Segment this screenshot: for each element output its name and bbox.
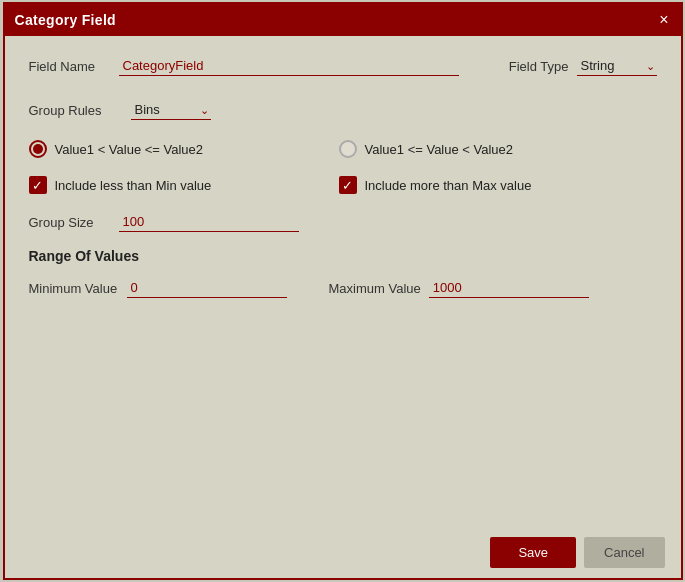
checkbox-label-1: Include less than Min value xyxy=(55,178,212,193)
min-value-label: Minimum Value xyxy=(29,281,119,296)
cancel-button[interactable]: Cancel xyxy=(584,537,664,568)
range-title: Range Of Values xyxy=(29,248,657,264)
radio-button-1[interactable] xyxy=(29,140,47,158)
field-name-input[interactable] xyxy=(119,56,459,76)
group-rules-select-wrapper: Bins Equal Custom ⌄ xyxy=(131,100,211,120)
group-size-label: Group Size xyxy=(29,215,119,230)
range-row: Minimum Value Maximum Value xyxy=(29,278,657,298)
range-right: Maximum Value xyxy=(329,278,589,298)
group-rules-select[interactable]: Bins Equal Custom xyxy=(131,100,211,120)
field-type-label: Field Type xyxy=(509,59,569,74)
field-type-select-wrapper: String Number Date Boolean ⌄ xyxy=(577,56,657,76)
title-bar: Category Field × xyxy=(5,4,681,36)
min-value-input[interactable] xyxy=(127,278,287,298)
field-name-label: Field Name xyxy=(29,59,119,74)
radio-row: Value1 < Value <= Value2 Value1 <= Value… xyxy=(29,140,657,158)
checkmark-2-icon: ✓ xyxy=(342,179,353,192)
field-name-type-row: Field Name Field Type String Number Date… xyxy=(29,56,657,76)
close-button[interactable]: × xyxy=(657,12,670,28)
save-button[interactable]: Save xyxy=(490,537,576,568)
checkmark-1-icon: ✓ xyxy=(32,179,43,192)
checkbox-row: ✓ Include less than Min value ✓ Include … xyxy=(29,176,657,194)
group-rules-label: Group Rules xyxy=(29,103,119,118)
radio-right: Value1 <= Value < Value2 xyxy=(339,140,514,158)
dialog: Category Field × Field Name Field Type S… xyxy=(3,2,683,580)
checkbox-left: ✓ Include less than Min value xyxy=(29,176,329,194)
checkbox-2[interactable]: ✓ xyxy=(339,176,357,194)
checkbox-right: ✓ Include more than Max value xyxy=(339,176,532,194)
group-rules-row: Group Rules Bins Equal Custom ⌄ xyxy=(29,100,657,120)
radio-label-2: Value1 <= Value < Value2 xyxy=(365,142,514,157)
radio-left: Value1 < Value <= Value2 xyxy=(29,140,329,158)
max-value-label: Maximum Value xyxy=(329,281,421,296)
group-size-row: Group Size xyxy=(29,212,657,232)
dialog-title: Category Field xyxy=(15,12,116,28)
field-type-select[interactable]: String Number Date Boolean xyxy=(577,56,657,76)
field-type-section: Field Type String Number Date Boolean ⌄ xyxy=(509,56,657,76)
dialog-content: Field Name Field Type String Number Date… xyxy=(5,36,681,527)
radio-button-2[interactable] xyxy=(339,140,357,158)
range-left: Minimum Value xyxy=(29,278,329,298)
max-value-input[interactable] xyxy=(429,278,589,298)
dialog-footer: Save Cancel xyxy=(5,527,681,578)
checkbox-1[interactable]: ✓ xyxy=(29,176,47,194)
radio-label-1: Value1 < Value <= Value2 xyxy=(55,142,204,157)
checkbox-label-2: Include more than Max value xyxy=(365,178,532,193)
group-size-input[interactable] xyxy=(119,212,299,232)
